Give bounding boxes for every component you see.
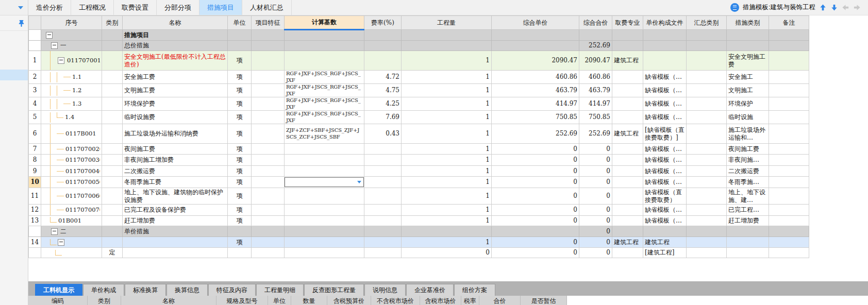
cell-zhdj[interactable]: 0 (492, 237, 579, 248)
cell-mc[interactable] (123, 237, 228, 248)
cell-mc[interactable]: 临时设施费 (123, 111, 228, 124)
cell-bz[interactable] (769, 188, 809, 205)
cell-jsjs[interactable] (285, 166, 364, 177)
cell-xmtz[interactable] (252, 205, 285, 216)
cell-zhhj[interactable]: 0 (579, 166, 612, 177)
bottom-col-header[interactable]: 单位 (268, 296, 291, 305)
cell-zhhj[interactable]: 0 (579, 226, 612, 237)
cell-fl[interactable] (364, 248, 402, 258)
cell-hzlb[interactable] (687, 166, 727, 177)
cell-jsjs[interactable] (285, 41, 364, 51)
cell-zhdj[interactable]: 0 (492, 166, 579, 177)
bottom-col-header[interactable]: 是否暂估 (521, 296, 567, 305)
cell-dw[interactable]: 项 (228, 216, 252, 226)
cell-zhdj[interactable]: 463.79 (492, 84, 579, 97)
move-up-icon[interactable] (819, 4, 827, 11)
cell-gcl[interactable]: 1 (402, 124, 492, 144)
cell-djgc[interactable]: [缺省模板（直接费取费）] (643, 124, 687, 144)
cell-cslb[interactable] (727, 248, 769, 258)
move-down-icon[interactable] (830, 4, 838, 11)
col-header-rownum[interactable] (29, 16, 41, 30)
col-header-qfzy[interactable]: 取费专业 (612, 16, 643, 30)
cell-rownum[interactable]: 14 (29, 237, 41, 248)
cell-djgc[interactable]: 缺省模板（… (643, 144, 687, 155)
tab-graphic-quantity-check[interactable]: 反查图形工程量 (304, 284, 364, 296)
cell-hzlb[interactable] (687, 97, 727, 111)
cell-cslb[interactable] (727, 41, 769, 51)
cell-xh[interactable]: 1.4 (41, 111, 102, 124)
cell-djgc[interactable]: 缺省模板（… (643, 155, 687, 166)
cell-mc[interactable]: 总价措施 (123, 41, 228, 51)
cell-lb[interactable] (102, 177, 123, 188)
tab-standard-conversion[interactable]: 标准换算 (125, 284, 166, 296)
cell-gcl[interactable]: 0 (402, 248, 492, 258)
cell-jsjs[interactable]: RGF+JXF+JSCS_RGF+JSCS_JXF (285, 71, 364, 84)
cell-xmtz[interactable] (252, 111, 285, 124)
cell-xmtz[interactable] (252, 30, 285, 41)
tab-labor-summary[interactable]: 人材机汇总 (242, 0, 292, 15)
nav-right-icon[interactable] (853, 4, 861, 11)
cell-mc[interactable]: 夜间施工费 (123, 144, 228, 155)
cell-qfzy[interactable] (612, 248, 643, 258)
cell-zhdj[interactable] (492, 226, 579, 237)
cell-qfzy[interactable] (612, 177, 643, 188)
cell-bz[interactable] (769, 144, 809, 155)
cell-bz[interactable] (769, 226, 809, 237)
cell-gcl[interactable]: 1 (402, 166, 492, 177)
cell-dw[interactable]: 项 (228, 166, 252, 177)
cell-fl[interactable] (364, 226, 402, 237)
cell-xh[interactable]: 011707007001 (41, 205, 102, 216)
cell-qfzy[interactable] (612, 144, 643, 155)
cell-mc[interactable]: 冬雨季施工费 (123, 177, 228, 188)
cell-djgc[interactable]: 缺省模板（… (643, 84, 687, 97)
cell-zhdj[interactable]: 2090.47 (492, 51, 579, 71)
cell-zhhj[interactable]: 0 (579, 248, 612, 258)
cell-gcl[interactable]: 1 (402, 71, 492, 84)
tab-labor-display[interactable]: 工料机显示 (35, 284, 82, 296)
cell-mc[interactable]: 措施项目 (123, 30, 228, 41)
cell-zhdj[interactable] (492, 41, 579, 51)
cell-zhhj[interactable]: 0 (579, 177, 612, 188)
col-header-zhhj[interactable]: 综合合价 (579, 16, 612, 30)
cell-hzlb[interactable] (687, 188, 727, 205)
cell-xmtz[interactable] (252, 237, 285, 248)
tab-cost-analysis[interactable]: 造价分析 (28, 0, 71, 15)
cell-xh[interactable]: 011707001001 (41, 51, 102, 71)
cell-dw[interactable]: 项 (228, 144, 252, 155)
tab-conversion-info[interactable]: 换算信息 (166, 284, 208, 296)
cell-qfzy[interactable] (612, 155, 643, 166)
cell-hzlb[interactable] (687, 177, 727, 188)
cell-lb[interactable] (102, 155, 123, 166)
cell-xh[interactable]: 一 (41, 41, 102, 51)
cell-jsjs[interactable] (285, 237, 364, 248)
cell-cslb[interactable]: 已完工程… (727, 205, 769, 216)
cell-gcl[interactable] (402, 30, 492, 41)
cell-zhdj[interactable] (492, 30, 579, 41)
cell-xmtz[interactable] (252, 41, 285, 51)
expand-collapse-box[interactable] (46, 32, 53, 39)
cell-lb[interactable] (102, 84, 123, 97)
cell-xh[interactable]: 011707002001 (41, 144, 102, 155)
nav-left-icon[interactable] (842, 4, 849, 11)
cell-qfzy[interactable] (612, 84, 643, 97)
cell-lb[interactable] (102, 144, 123, 155)
cell-jsjs[interactable]: ZJF+ZCF+SBF+JSCS_ZJF+JSCS_ZCF+JSCS_SBF (285, 124, 364, 144)
tab-feature-content[interactable]: 特征及内容 (208, 284, 256, 296)
cell-gcl[interactable] (402, 41, 492, 51)
cell-cslb[interactable]: 文明施工 (727, 84, 769, 97)
cell-cslb[interactable]: 赶工增加费 (727, 216, 769, 226)
cell-mc[interactable]: 赶工增加费 (123, 216, 228, 226)
cell-fl[interactable] (364, 237, 402, 248)
cell-qfzy[interactable]: 建筑工程 (612, 237, 643, 248)
cell-rownum[interactable]: 6 (29, 124, 41, 144)
cell-fl[interactable] (364, 205, 402, 216)
cell-lb[interactable] (102, 216, 123, 226)
cell-fl[interactable]: 7.69 (364, 111, 402, 124)
cell-dw[interactable]: 项 (228, 97, 252, 111)
cell-xmtz[interactable] (252, 248, 285, 258)
col-header-mc[interactable]: 名称 (123, 16, 228, 30)
cell-zhdj[interactable]: 0 (492, 155, 579, 166)
cell-fl[interactable]: 4.72 (364, 71, 402, 84)
cell-fl[interactable] (364, 188, 402, 205)
cell-xmtz[interactable] (252, 124, 285, 144)
